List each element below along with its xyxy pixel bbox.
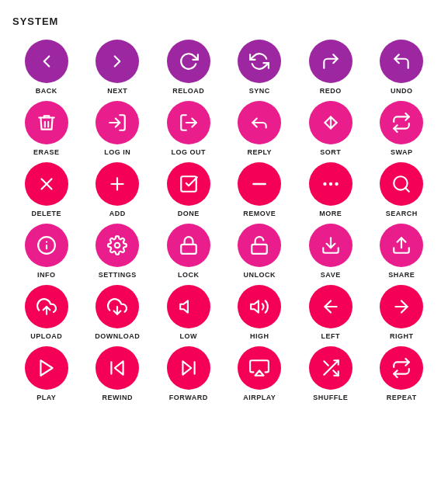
icon-grid: BACKNEXTRELOADSYNCREDOUNDOERASELOG INLOG… (12, 40, 436, 401)
more-label: MORE (319, 210, 342, 217)
next-icon[interactable] (96, 40, 139, 83)
icon-item-airplay[interactable]: AIRPLAY (226, 346, 294, 401)
high-icon[interactable] (238, 285, 281, 328)
remove-icon[interactable] (238, 162, 281, 206)
page-title: SYSTEM (12, 16, 436, 27)
svg-point-10 (329, 182, 332, 186)
icon-item-shuffle[interactable]: SHUFFLE (297, 346, 365, 401)
icon-item-settings[interactable]: SETTINGS (84, 224, 152, 279)
settings-icon[interactable] (96, 224, 139, 267)
shuffle-label: SHUFFLE (313, 394, 348, 401)
delete-icon[interactable] (25, 162, 68, 206)
icon-item-share[interactable]: SHARE (368, 224, 436, 279)
icon-item-erase[interactable]: ERASE (12, 101, 81, 156)
low-label: LOW (180, 332, 198, 340)
play-icon[interactable] (25, 346, 68, 390)
icon-item-high[interactable]: HIGH (226, 285, 294, 340)
rewind-icon[interactable] (96, 346, 139, 390)
add-icon[interactable] (96, 162, 139, 206)
icon-item-left[interactable]: LEFT (297, 285, 365, 340)
reply-icon[interactable] (238, 101, 281, 144)
high-label: HIGH (250, 332, 269, 340)
icon-item-redo[interactable]: REDO (297, 40, 365, 95)
reload-icon[interactable] (167, 40, 210, 83)
play-label: PLAY (36, 394, 56, 401)
icon-item-sort[interactable]: SORT (297, 101, 365, 156)
icon-item-right[interactable]: RIGHT (368, 285, 436, 340)
icon-item-repeat[interactable]: REPEAT (368, 346, 436, 401)
info-label: INFO (37, 271, 56, 279)
next-label: NEXT (107, 87, 127, 95)
back-icon[interactable] (25, 40, 68, 83)
save-icon[interactable] (309, 224, 352, 267)
icon-item-done[interactable]: DONE (155, 162, 223, 217)
right-label: RIGHT (390, 332, 414, 340)
sync-icon[interactable] (238, 40, 281, 83)
login-label: LOG IN (104, 148, 130, 156)
icon-item-reload[interactable]: RELOAD (155, 40, 223, 95)
icon-item-rewind[interactable]: REWIND (84, 346, 152, 401)
forward-icon[interactable] (167, 346, 210, 390)
repeat-icon[interactable] (380, 346, 423, 390)
logout-icon[interactable] (167, 101, 210, 144)
icon-item-forward[interactable]: FORWARD (155, 346, 223, 401)
login-icon[interactable] (96, 101, 139, 144)
add-label: ADD (109, 210, 126, 217)
icon-item-remove[interactable]: REMOVE (226, 162, 294, 217)
download-label: DOWNLOAD (95, 332, 140, 340)
search-icon[interactable] (380, 162, 423, 206)
icon-item-download[interactable]: DOWNLOAD (84, 285, 152, 340)
upload-icon[interactable] (25, 285, 68, 328)
erase-icon[interactable] (25, 101, 68, 144)
icon-item-swap[interactable]: SWAP (368, 101, 436, 156)
icon-item-info[interactable]: INFO (12, 224, 81, 279)
icon-item-back[interactable]: BACK (12, 40, 81, 95)
svg-marker-28 (40, 360, 52, 376)
icon-item-play[interactable]: PLAY (12, 346, 81, 401)
undo-icon[interactable] (380, 40, 423, 83)
svg-point-11 (335, 182, 338, 186)
icon-item-next[interactable]: NEXT (84, 40, 152, 95)
low-icon[interactable] (167, 285, 210, 328)
logout-label: LOG OUT (172, 148, 207, 156)
forward-label: FORWARD (169, 394, 208, 401)
unlock-icon[interactable] (238, 224, 281, 267)
swap-icon[interactable] (380, 101, 423, 144)
sort-icon[interactable] (309, 101, 352, 144)
icon-item-save[interactable]: SAVE (297, 224, 365, 279)
svg-point-17 (115, 243, 120, 248)
left-icon[interactable] (309, 285, 352, 328)
icon-item-delete[interactable]: DELETE (12, 162, 81, 217)
icon-item-reply[interactable]: REPLY (226, 101, 294, 156)
icon-item-search[interactable]: SEARCH (368, 162, 436, 217)
icon-item-sync[interactable]: SYNC (226, 40, 294, 95)
download-icon[interactable] (96, 285, 139, 328)
reload-label: RELOAD (172, 87, 204, 95)
svg-rect-7 (181, 176, 196, 192)
icon-item-unlock[interactable]: UNLOCK (226, 224, 294, 279)
svg-marker-33 (255, 370, 264, 376)
icon-item-upload[interactable]: UPLOAD (12, 285, 81, 340)
icon-item-more[interactable]: MORE (297, 162, 365, 217)
info-icon[interactable] (25, 224, 68, 267)
save-label: SAVE (321, 271, 341, 279)
svg-line-13 (405, 188, 409, 192)
undo-label: UNDO (391, 87, 413, 95)
redo-icon[interactable] (309, 40, 352, 83)
back-label: BACK (36, 87, 57, 95)
lock-icon[interactable] (167, 224, 210, 267)
svg-marker-31 (182, 361, 191, 374)
share-icon[interactable] (380, 224, 423, 267)
icon-item-undo[interactable]: UNDO (368, 40, 436, 95)
more-icon[interactable] (309, 162, 352, 206)
icon-item-low[interactable]: LOW (155, 285, 223, 340)
icon-item-logout[interactable]: LOG OUT (155, 101, 223, 156)
done-label: DONE (178, 210, 200, 217)
icon-item-lock[interactable]: LOCK (155, 224, 223, 279)
right-icon[interactable] (380, 285, 423, 328)
icon-item-login[interactable]: LOG IN (84, 101, 152, 156)
airplay-icon[interactable] (238, 346, 281, 390)
shuffle-icon[interactable] (309, 346, 352, 390)
icon-item-add[interactable]: ADD (84, 162, 152, 217)
done-icon[interactable] (167, 162, 210, 206)
